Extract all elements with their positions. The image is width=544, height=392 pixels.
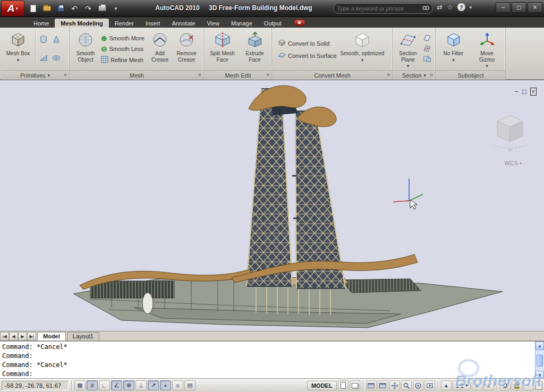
- panel-dropdown-icon[interactable]: ▾: [424, 73, 427, 78]
- convert-to-surface-button[interactable]: Convert to Surface: [276, 50, 336, 61]
- mesh-cone-button[interactable]: [52, 35, 61, 46]
- panel-caption-primitives[interactable]: Primitives ▾ »: [1, 70, 69, 80]
- generate-section-button[interactable]: [423, 55, 431, 65]
- redo-button[interactable]: ↷: [83, 3, 94, 13]
- move-gizmo-button[interactable]: Move Gizmo ▾: [472, 29, 503, 70]
- smooth-optimized-button[interactable]: Smooth, optimized ▾: [336, 29, 389, 70]
- help-dropdown-icon[interactable]: ▾: [470, 5, 472, 10]
- remove-crease-button[interactable]: Remove Crease: [173, 29, 200, 70]
- scroll-up-icon[interactable]: ▲: [536, 342, 544, 350]
- panel-caption-mesh-edit[interactable]: Mesh Edit »: [205, 70, 271, 80]
- panel-expand-icon[interactable]: »: [387, 71, 390, 78]
- last-layout-button[interactable]: ▶|: [27, 332, 36, 340]
- panel-expand-icon[interactable]: »: [198, 71, 201, 78]
- ortho-toggle-button[interactable]: ∟: [99, 380, 110, 390]
- drawing-viewport[interactable]: − □ × WCS ▾: [0, 80, 544, 331]
- minimize-button[interactable]: −: [496, 2, 511, 13]
- app-menu-button[interactable]: A ▾: [1, 1, 24, 16]
- tab-model[interactable]: Model: [37, 332, 66, 340]
- viewport-minimize-icon[interactable]: −: [514, 88, 518, 96]
- tab-render[interactable]: Render: [109, 19, 140, 28]
- search-binoculars-icon[interactable]: [422, 5, 429, 12]
- no-filter-button[interactable]: No Filter ▾: [440, 29, 468, 70]
- status-menu-icon[interactable]: ▼: [523, 380, 534, 390]
- first-layout-button[interactable]: |◀: [0, 332, 9, 340]
- panel-caption-convert-mesh[interactable]: Convert Mesh »: [273, 70, 392, 80]
- add-crease-button[interactable]: Add Crease: [147, 29, 173, 70]
- command-scrollbar[interactable]: ▲ ▼: [535, 342, 544, 379]
- panel-dropdown-icon[interactable]: ▾: [48, 73, 50, 78]
- coordinate-readout[interactable]: -58.29, -26.78, 61.67: [2, 381, 69, 390]
- panel-expand-icon[interactable]: »: [266, 71, 269, 78]
- viewport-restore-icon[interactable]: □: [522, 88, 526, 96]
- panel-caption-mesh[interactable]: Mesh »: [70, 70, 203, 80]
- next-layout-button[interactable]: ▶: [18, 332, 27, 340]
- workspace-switching-button[interactable]: [500, 380, 511, 390]
- annotation-scale-button[interactable]: 1:1 ▾: [453, 381, 471, 390]
- new-file-button[interactable]: [28, 3, 38, 13]
- tab-manage[interactable]: Manage: [225, 19, 258, 28]
- mesh-wedge-button[interactable]: [39, 53, 48, 65]
- snap-toggle-button[interactable]: ▦: [74, 380, 86, 390]
- smooth-object-button[interactable]: Smooth Object: [72, 29, 99, 70]
- dyn-toggle-button[interactable]: +: [160, 380, 171, 390]
- live-section-button[interactable]: [423, 34, 431, 44]
- ribbon-options-button[interactable]: [294, 19, 305, 26]
- panel-expand-icon[interactable]: »: [430, 71, 433, 78]
- save-button[interactable]: [55, 3, 66, 13]
- mesh-cylinder-button[interactable]: [39, 35, 48, 46]
- quick-view-drawings-button[interactable]: [378, 380, 388, 390]
- help-icon[interactable]: ?: [457, 3, 465, 11]
- lwt-toggle-button[interactable]: ≡: [172, 380, 183, 390]
- mesh-torus-button[interactable]: [52, 53, 61, 65]
- model-space-button[interactable]: MODEL: [307, 381, 337, 390]
- annotation-scale-icon[interactable]: ▲: [441, 380, 452, 390]
- command-prompt[interactable]: Command:: [2, 370, 533, 379]
- wcs-menu[interactable]: WCS ▾: [504, 160, 522, 166]
- clean-screen-button[interactable]: [535, 381, 542, 390]
- ducs-toggle-button[interactable]: ↗: [148, 380, 159, 390]
- smooth-more-button[interactable]: ⊕ Smooth More: [99, 34, 147, 42]
- grid-toggle-button[interactable]: #: [87, 380, 98, 390]
- tab-insert[interactable]: Insert: [140, 19, 166, 28]
- plot-button[interactable]: [97, 3, 107, 13]
- mesh-box-button[interactable]: Mesh Box ▾: [3, 29, 33, 70]
- close-button[interactable]: ×: [528, 2, 542, 13]
- viewport-close-icon[interactable]: ×: [530, 88, 537, 96]
- search-input[interactable]: [337, 5, 422, 12]
- favorites-star-icon[interactable]: ☆: [447, 3, 453, 11]
- showmotion-button[interactable]: [424, 380, 435, 390]
- refine-mesh-button[interactable]: Refine Mesh: [99, 55, 147, 65]
- exchange-icon[interactable]: ⇄: [437, 3, 443, 11]
- autoscale-button[interactable]: ▲: [483, 380, 494, 390]
- steering-wheel-button[interactable]: [413, 380, 423, 390]
- osnap-toggle-button[interactable]: ⊕: [123, 380, 134, 390]
- tab-mesh-modeling[interactable]: Mesh Modeling: [55, 19, 108, 28]
- tab-view[interactable]: View: [201, 19, 225, 28]
- qp-toggle-button[interactable]: ▤: [184, 380, 196, 390]
- section-plane-button[interactable]: Section Plane ▾: [395, 29, 421, 70]
- viewcube[interactable]: [491, 111, 529, 155]
- tab-output[interactable]: Output: [258, 19, 287, 28]
- quick-view-layouts-button[interactable]: [366, 380, 377, 390]
- pan-button[interactable]: [389, 380, 400, 390]
- tab-annotate[interactable]: Annotate: [166, 19, 201, 28]
- smooth-less-button[interactable]: ⊖ Smooth Less: [99, 45, 147, 53]
- convert-to-solid-button[interactable]: Convert to Solid: [276, 38, 336, 48]
- extrude-face-button[interactable]: Extrude Face: [240, 29, 270, 70]
- zoom-button[interactable]: [401, 380, 412, 390]
- split-mesh-face-button[interactable]: Split Mesh Face: [207, 29, 238, 70]
- open-file-button[interactable]: [41, 3, 52, 13]
- panel-expand-icon[interactable]: »: [64, 71, 67, 78]
- scrollbar-thumb[interactable]: [537, 355, 543, 367]
- undo-button[interactable]: ↶: [69, 3, 80, 13]
- prev-layout-button[interactable]: ◀: [9, 332, 18, 340]
- maximize-button[interactable]: □: [512, 2, 526, 13]
- tab-home[interactable]: Home: [28, 19, 55, 28]
- tab-layout1[interactable]: Layout1: [67, 332, 99, 340]
- otrack-toggle-button[interactable]: ⊥: [135, 380, 147, 390]
- add-jog-button[interactable]: [423, 45, 431, 54]
- polar-toggle-button[interactable]: ∠: [111, 380, 122, 390]
- layout-button[interactable]: [338, 380, 348, 390]
- layout-tabs-button[interactable]: [350, 380, 360, 390]
